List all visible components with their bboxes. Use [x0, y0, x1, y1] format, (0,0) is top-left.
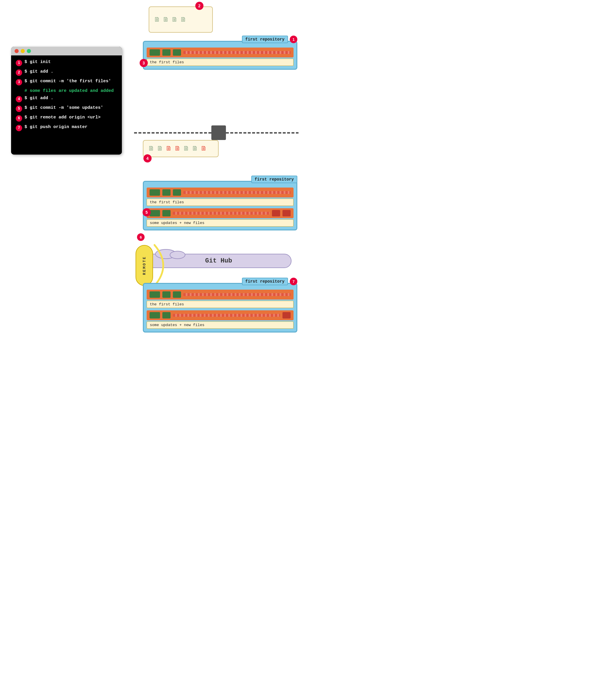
commit-label-old: the first files	[147, 199, 293, 206]
step-badge-7: 7	[16, 125, 22, 131]
remote-label-container: REMOTE	[135, 245, 153, 286]
terminal-line-4: 4 $ git add .	[16, 96, 117, 102]
terminal-line-5: 5 $ git commit -m 'some updates'	[16, 105, 117, 112]
stripe-7a	[183, 293, 291, 296]
terminal-line-3: 3 $ git commit -m 'the first files'	[16, 79, 117, 85]
minimize-dot[interactable]	[21, 49, 25, 53]
step4-section: 🗎 🗎 🗎 🗎 🗎 🗎 🗎 4	[143, 140, 218, 157]
cmd-3: $ git commit -m 'the first files'	[25, 79, 111, 84]
github-label: Git Hub	[205, 257, 232, 265]
file-icon-g-red: 🗎	[201, 145, 207, 153]
block-r1	[272, 210, 280, 217]
block-7g1	[150, 291, 160, 298]
step2-badge: 2	[195, 2, 204, 10]
step3-badge: 3	[140, 59, 148, 67]
step5-repo-section: first repository the first files 5 some …	[143, 181, 297, 230]
step5-repo-label-area: first repository	[251, 176, 297, 183]
files-box-2: 🗎 🗎 🗎 🗎	[149, 6, 213, 33]
file-icon-c-red: 🗎	[165, 145, 172, 153]
block-7g2	[162, 291, 171, 298]
step-badge-5: 5	[16, 106, 22, 112]
step-badge-1: 1	[16, 60, 22, 66]
commit-row-1	[147, 48, 293, 57]
block-7r1	[283, 312, 291, 319]
file-icon-f: 🗎	[192, 145, 198, 153]
cmd-5: $ git commit -m 'some updates'	[25, 105, 103, 110]
cmd-1: $ git init	[25, 59, 51, 65]
commit-row-old	[147, 188, 293, 197]
terminal-body: 1 $ git init 2 $ git add . 3 $ git commi…	[11, 55, 122, 155]
cmd-7: $ git push origin master	[25, 125, 87, 129]
step1-repo-block: first repository 1 3 the first files	[143, 41, 297, 70]
terminal-window: 1 $ git init 2 $ git add . 3 $ git commi…	[11, 47, 122, 155]
repo-outer-1: 3 the first files	[143, 41, 297, 70]
terminal-line-1: 1 $ git init	[16, 59, 117, 66]
repo-outer-2: the first files 5 some updates + new fil…	[143, 181, 297, 230]
step7-repo-section: first repository 7 the first files some …	[143, 283, 297, 332]
dashed-divider-row	[134, 125, 298, 140]
block-green-2	[162, 49, 171, 56]
maximize-dot[interactable]	[27, 49, 31, 53]
terminal-comment: # some files are updated and added	[25, 89, 117, 93]
step5-badge: 5	[142, 208, 151, 217]
file-icon-3: 🗎	[172, 16, 178, 24]
step-badge-2: 2	[16, 69, 22, 76]
step7-repo-label-area: first repository 7	[242, 278, 297, 285]
commit2-label: some updates + new files	[147, 219, 293, 227]
commit-row-7b	[147, 310, 293, 320]
terminal-titlebar	[11, 47, 122, 55]
stripe-7b	[173, 314, 280, 317]
terminal-line-2: 2 $ git add .	[16, 69, 117, 76]
stripe-2	[173, 212, 270, 215]
terminal-line-7: 7 $ git push origin master	[16, 125, 117, 131]
step5-repo-name: first repository	[251, 176, 297, 183]
block-g3	[173, 189, 181, 196]
repo-outer-7: the first files some updates + new files	[143, 283, 297, 332]
block-7g5	[162, 312, 171, 319]
cmd-4: $ git add .	[25, 96, 53, 101]
block-green-1	[150, 49, 160, 56]
step6-badge-area: 6	[137, 233, 145, 241]
top-diagram-section: 2 🗎 🗎 🗎 🗎 first repository 1 3	[143, 6, 297, 70]
stripe-1	[183, 191, 291, 194]
file-icon-4: 🗎	[180, 16, 186, 24]
cmd-6: $ git remote add origin <url>	[25, 115, 101, 120]
close-dot[interactable]	[15, 49, 19, 53]
divider-square	[211, 125, 226, 140]
block-r2	[283, 210, 291, 217]
block-g5	[162, 210, 171, 217]
block-green-3	[173, 49, 181, 56]
block-7g3	[173, 291, 181, 298]
files-box-4: 🗎 🗎 🗎 🗎 🗎 🗎 🗎 4	[143, 140, 218, 157]
file-icon-d-red: 🗎	[174, 145, 181, 153]
stripe-pattern	[183, 51, 291, 54]
block-7g4	[150, 312, 160, 319]
cmd-2: $ git add .	[25, 69, 53, 74]
repo-name-label: first repository	[242, 35, 288, 43]
block-g2	[162, 189, 171, 196]
step4-badge: 4	[144, 154, 152, 162]
step1-repo-label-area: first repository 1	[242, 35, 297, 43]
commit-row-7a	[147, 290, 293, 300]
commit1-label: the first files	[147, 59, 293, 66]
file-icon-b: 🗎	[157, 145, 163, 153]
file-icon-e: 🗎	[183, 145, 189, 153]
step-badge-4: 4	[16, 96, 22, 102]
dashed-left	[134, 132, 211, 133]
file-icon-a: 🗎	[148, 145, 155, 153]
file-icon-1: 🗎	[154, 16, 160, 24]
step7-repo-name: first repository	[242, 278, 288, 285]
block-g1	[150, 189, 160, 196]
remote-label: REMOTE	[142, 256, 147, 275]
terminal-line-6: 6 $ git remote add origin <url>	[16, 115, 117, 122]
dashed-right	[226, 132, 298, 133]
file-icon-2: 🗎	[163, 16, 169, 24]
step2-folder: 2 🗎 🗎 🗎 🗎	[149, 6, 213, 33]
commit2-wrapper: 5 some updates + new files	[147, 208, 293, 227]
step-badge-6: 6	[16, 115, 22, 122]
commit-row-new	[147, 208, 293, 218]
commit-label-7a: the first files	[147, 301, 293, 308]
step-badge-3: 3	[16, 79, 22, 85]
block-g4	[150, 210, 160, 217]
commit-label-7b: some updates + new files	[147, 321, 293, 329]
